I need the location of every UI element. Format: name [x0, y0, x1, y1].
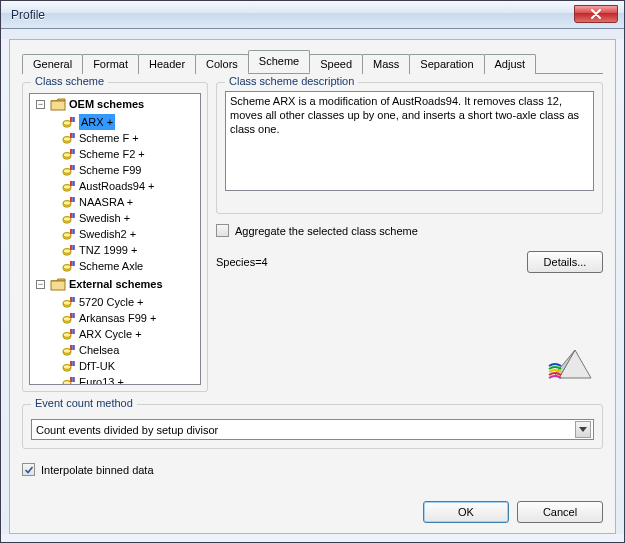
tree-item[interactable]: 5720 Cycle +	[34, 294, 200, 310]
scheme-icon	[62, 296, 76, 309]
profile-dialog: Profile GeneralFormatHeaderColorsSchemeS…	[0, 0, 625, 543]
tab-scheme[interactable]: Scheme	[248, 50, 310, 73]
tree-item[interactable]: Arkansas F99 +	[34, 310, 200, 326]
scheme-icon	[62, 148, 76, 161]
tree-item[interactable]: Swedish +	[34, 210, 200, 226]
tree-item[interactable]: AustRoads94 +	[34, 178, 200, 194]
svg-point-55	[63, 348, 71, 353]
ok-button[interactable]: OK	[423, 501, 509, 523]
tree-item[interactable]: Scheme F2 +	[34, 146, 200, 162]
svg-rect-57	[72, 345, 74, 350]
svg-point-18	[63, 184, 71, 189]
tree-item[interactable]: Scheme F +	[34, 130, 200, 146]
tab-speed[interactable]: Speed	[309, 54, 363, 74]
tree-item[interactable]: TNZ 1999 +	[34, 242, 200, 258]
tree-item-label: Euro13 +	[79, 374, 124, 384]
dialog-body: GeneralFormatHeaderColorsSchemeSpeedMass…	[9, 39, 616, 534]
tab-mass[interactable]: Mass	[362, 54, 410, 74]
event-count-dropdown[interactable]: Count events divided by setup divisor	[31, 419, 594, 440]
svg-rect-41	[51, 281, 65, 290]
tab-strip: GeneralFormatHeaderColorsSchemeSpeedMass…	[22, 50, 603, 74]
tab-separation[interactable]: Separation	[409, 54, 484, 74]
svg-rect-45	[72, 297, 74, 302]
svg-rect-20	[72, 181, 74, 186]
scheme-icon	[62, 164, 76, 177]
interpolate-checkbox[interactable]	[22, 463, 35, 476]
content-frame: GeneralFormatHeaderColorsSchemeSpeedMass…	[1, 29, 624, 542]
tab-format[interactable]: Format	[82, 54, 139, 74]
tree-folder-label: OEM schemes	[69, 96, 144, 112]
event-count-legend: Event count method	[31, 397, 137, 409]
svg-point-26	[63, 216, 71, 221]
check-icon	[24, 465, 34, 475]
tab-header[interactable]: Header	[138, 54, 196, 74]
svg-rect-61	[72, 361, 74, 366]
scheme-icon	[62, 132, 76, 145]
species-label: Species=4	[216, 256, 268, 268]
tab-adjust[interactable]: Adjust	[484, 54, 537, 74]
tree-item-label: Chelsea	[79, 342, 119, 358]
tree-item-label: NAASRA +	[79, 194, 133, 210]
folder-icon	[50, 278, 66, 291]
aggregate-checkbox[interactable]	[216, 224, 229, 237]
tree-item[interactable]: ARX +	[34, 114, 200, 130]
svg-rect-24	[72, 197, 74, 202]
svg-point-10	[63, 152, 71, 157]
svg-point-22	[63, 200, 71, 205]
svg-rect-39	[70, 261, 72, 266]
svg-point-59	[63, 364, 71, 369]
dropdown-button[interactable]	[575, 421, 591, 438]
tree-item-label: Arkansas F99 +	[79, 310, 156, 326]
svg-rect-52	[70, 329, 72, 334]
svg-rect-11	[70, 149, 72, 154]
tree-item[interactable]: Scheme Axle	[34, 258, 200, 274]
svg-rect-4	[72, 117, 74, 122]
tree-folder-label: External schemes	[69, 276, 163, 292]
scheme-icon	[62, 196, 76, 209]
svg-rect-0	[51, 101, 65, 110]
description-text[interactable]: Scheme ARX is a modification of AustRoad…	[225, 91, 594, 191]
tab-colors[interactable]: Colors	[195, 54, 249, 74]
svg-rect-28	[72, 213, 74, 218]
tree-item[interactable]: Scheme F99	[34, 162, 200, 178]
svg-rect-3	[70, 117, 72, 122]
prism-icon	[545, 344, 595, 386]
scheme-detail-pane: Class scheme description Scheme ARX is a…	[216, 82, 603, 392]
tree-item[interactable]: Chelsea	[34, 342, 200, 358]
class-scheme-legend: Class scheme	[31, 75, 108, 87]
svg-rect-35	[70, 245, 72, 250]
svg-point-51	[63, 332, 71, 337]
close-button[interactable]	[574, 5, 618, 23]
svg-point-2	[63, 120, 71, 125]
svg-rect-12	[72, 149, 74, 154]
collapse-icon[interactable]: −	[36, 100, 45, 109]
tree-item[interactable]: ARX Cycle +	[34, 326, 200, 342]
tree-item[interactable]: NAASRA +	[34, 194, 200, 210]
tree-folder[interactable]: −OEM schemes	[32, 96, 200, 112]
scheme-icon	[62, 344, 76, 357]
chevron-down-icon	[579, 427, 587, 432]
svg-rect-15	[70, 165, 72, 170]
cancel-button[interactable]: Cancel	[517, 501, 603, 523]
svg-rect-16	[72, 165, 74, 170]
svg-point-47	[63, 316, 71, 321]
tree-item[interactable]: Swedish2 +	[34, 226, 200, 242]
tree-item[interactable]: Euro13 +	[34, 374, 200, 384]
scheme-icon	[62, 116, 76, 129]
svg-rect-65	[72, 377, 74, 382]
tree-item[interactable]: DfT-UK	[34, 358, 200, 374]
close-icon	[590, 9, 602, 19]
details-button[interactable]: Details...	[527, 251, 603, 273]
tree-item-label: ARX +	[79, 114, 115, 130]
tree-item-label: Scheme F99	[79, 162, 141, 178]
scheme-tree[interactable]: −OEM schemesARX +Scheme F +Scheme F2 +Sc…	[29, 93, 201, 385]
tree-item-label: Scheme Axle	[79, 258, 143, 274]
svg-rect-19	[70, 181, 72, 186]
titlebar[interactable]: Profile	[1, 1, 624, 29]
tree-folder[interactable]: −External schemes	[32, 276, 200, 292]
tab-general[interactable]: General	[22, 54, 83, 74]
svg-rect-56	[70, 345, 72, 350]
collapse-icon[interactable]: −	[36, 280, 45, 289]
scheme-icon	[62, 328, 76, 341]
svg-point-30	[63, 232, 71, 237]
